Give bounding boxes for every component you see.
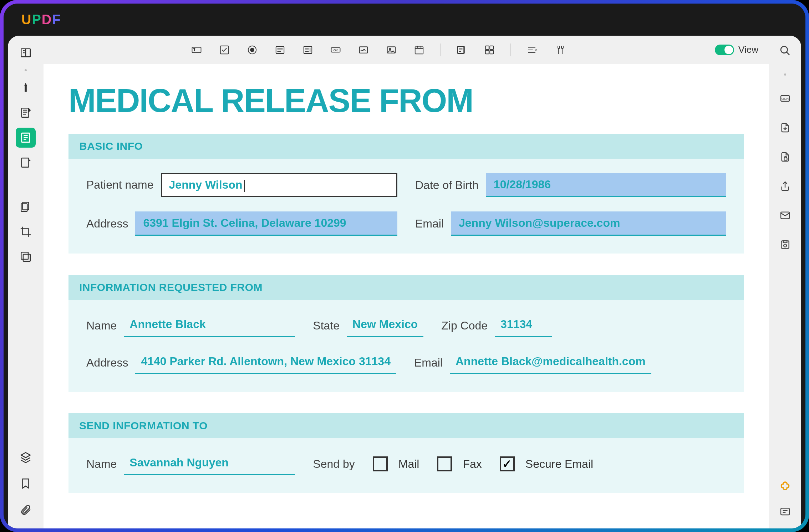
svg-rect-9 <box>192 47 201 52</box>
section-header: INFORMATION REQUESTED FROM <box>68 275 744 300</box>
search-icon[interactable] <box>777 43 793 58</box>
svg-point-26 <box>781 46 788 53</box>
fax-checkbox[interactable] <box>437 456 452 471</box>
svg-rect-20 <box>415 47 423 54</box>
svg-rect-34 <box>781 508 789 515</box>
reader-icon[interactable] <box>16 43 36 63</box>
send-name-input[interactable]: Savannah Nguyen <box>124 452 295 475</box>
email-icon[interactable] <box>777 208 793 223</box>
dob-input[interactable]: 10/28/1986 <box>486 173 726 197</box>
comment-icon[interactable] <box>777 504 793 520</box>
secure-email-label: Secure Email <box>525 457 593 471</box>
patient-name-label: Patient name <box>86 178 154 191</box>
form-icon[interactable] <box>16 128 36 148</box>
save-icon[interactable] <box>777 237 793 252</box>
svg-rect-8 <box>23 254 30 261</box>
patient-name-input[interactable]: Jenny Wilson <box>161 173 397 197</box>
ocr-icon[interactable]: OCR <box>777 91 793 106</box>
svg-rect-22 <box>485 46 489 49</box>
email-label: Email <box>415 217 444 230</box>
pages-icon[interactable] <box>16 197 36 217</box>
svg-rect-4 <box>22 158 29 167</box>
share-icon[interactable] <box>777 178 793 194</box>
section-requested: INFORMATION REQUESTED FROM Name Annette … <box>68 275 744 392</box>
right-sidebar: OCR <box>769 36 801 528</box>
section-send: SEND INFORMATION TO Name Savannah Nguyen… <box>68 413 744 493</box>
attachment-icon[interactable] <box>16 500 36 520</box>
mail-checkbox[interactable] <box>373 456 388 471</box>
req-name-label: Name <box>86 319 117 332</box>
svg-point-12 <box>250 48 254 52</box>
document-title: MEDICAL RELEASE FROM <box>68 82 744 119</box>
organize-icon[interactable] <box>16 153 36 173</box>
address-input[interactable]: 6391 Elgin St. Celina, Delaware 10299 <box>135 211 397 236</box>
dob-label: Date of Birth <box>415 179 479 192</box>
date-tool-icon[interactable] <box>412 43 426 57</box>
section-header: SEND INFORMATION TO <box>68 413 744 438</box>
protect-icon[interactable] <box>777 149 793 165</box>
svg-rect-24 <box>485 50 489 54</box>
svg-point-19 <box>389 48 391 50</box>
radio-tool-icon[interactable] <box>245 43 259 57</box>
view-label: View <box>738 44 758 55</box>
textfield-tool-icon[interactable] <box>190 43 203 57</box>
signature-tool-icon[interactable] <box>357 43 370 57</box>
svg-rect-23 <box>490 46 493 49</box>
svg-rect-29 <box>784 158 787 160</box>
send-name-label: Name <box>86 457 117 471</box>
align-tool-icon[interactable] <box>525 43 539 57</box>
button-tool-icon[interactable]: OK <box>329 43 342 57</box>
req-name-input[interactable]: Annette Black <box>124 314 295 337</box>
toolbar-separator <box>510 44 511 56</box>
edit-icon[interactable] <box>16 103 36 123</box>
svg-rect-25 <box>490 50 493 54</box>
req-address-input[interactable]: 4140 Parker Rd. Allentown, New Mexico 31… <box>135 351 396 374</box>
app-logo: UPDF <box>21 12 61 27</box>
form-toolbar: OK View <box>44 36 769 64</box>
send-by-label: Send by <box>313 457 355 471</box>
toolbar-separator <box>440 44 441 56</box>
titlebar: UPDF <box>4 4 805 36</box>
watermark-icon[interactable] <box>16 247 36 267</box>
svg-point-32 <box>784 244 787 247</box>
listbox-tool-icon[interactable] <box>301 43 315 57</box>
annotate-icon[interactable] <box>16 78 36 98</box>
crop-icon[interactable] <box>16 222 36 242</box>
req-address-label: Address <box>86 356 128 369</box>
req-state-input[interactable]: New Mexico <box>347 314 423 337</box>
section-header: BASIC INFO <box>68 134 744 159</box>
layers-icon[interactable] <box>16 447 36 467</box>
address-label: Address <box>86 217 128 230</box>
left-sidebar <box>8 36 44 528</box>
fax-label: Fax <box>463 457 482 471</box>
secure-email-checkbox[interactable] <box>500 456 515 471</box>
svg-rect-2 <box>22 108 29 117</box>
section-basic-info: BASIC INFO Patient name Jenny Wilson Dat… <box>68 134 744 254</box>
view-toggle[interactable] <box>715 45 734 55</box>
dropdown-tool-icon[interactable] <box>273 43 287 57</box>
document: MEDICAL RELEASE FROM BASIC INFO Patient … <box>44 64 769 528</box>
mail-label: Mail <box>398 457 419 471</box>
form-settings-icon[interactable] <box>455 43 468 57</box>
svg-text:OK: OK <box>334 48 338 52</box>
email-input[interactable]: Jenny Wilson@superace.com <box>451 211 726 236</box>
req-zip-label: Zip Code <box>441 319 488 332</box>
svg-rect-1 <box>25 86 27 92</box>
svg-rect-7 <box>21 252 28 259</box>
req-email-label: Email <box>414 356 443 369</box>
req-state-label: State <box>313 319 340 332</box>
checkbox-tool-icon[interactable] <box>218 43 231 57</box>
divider-icon <box>25 69 27 71</box>
convert-icon[interactable] <box>777 120 793 135</box>
req-zip-input[interactable]: 31134 <box>495 314 552 337</box>
ai-icon[interactable] <box>777 479 793 494</box>
image-tool-icon[interactable] <box>385 43 398 57</box>
svg-text:OCR: OCR <box>782 97 789 101</box>
grid-tool-icon[interactable] <box>483 43 496 57</box>
req-email-input[interactable]: Annette Black@medicalhealth.com <box>450 351 651 374</box>
bookmark-icon[interactable] <box>16 474 36 493</box>
svg-rect-33 <box>783 241 787 242</box>
properties-tool-icon[interactable] <box>553 43 566 57</box>
divider-icon <box>784 73 786 76</box>
